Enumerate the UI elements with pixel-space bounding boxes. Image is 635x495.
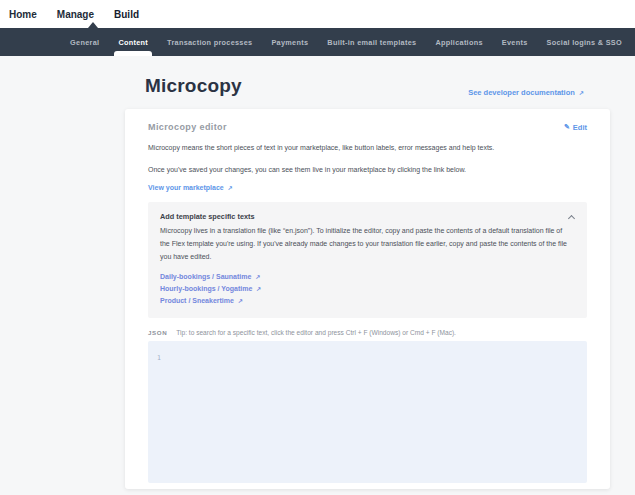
nav-item-build[interactable]: Build — [114, 9, 139, 20]
page-title: Microcopy — [145, 75, 242, 97]
microcopy-description-paragraph: Microcopy means the short pieces of text… — [148, 142, 510, 154]
json-label: JSON — [148, 329, 167, 336]
tab-social-logins-sso[interactable]: Social logins & SSO — [547, 28, 622, 56]
template-link-hourly-bookings[interactable]: Hourly-bookings / Yogatime ↗ — [160, 283, 575, 295]
save-changes-paragraph: Once you've saved your changes, you can … — [148, 164, 510, 176]
tab-applications[interactable]: Applications — [435, 28, 482, 56]
pencil-icon: ✎ — [564, 123, 570, 131]
active-tab-indicator — [114, 51, 152, 56]
external-link-icon: ↗ — [256, 286, 261, 292]
json-search-tip: Tip: to search for a specific text, clic… — [176, 329, 456, 336]
template-texts-panel-body: Microcopy lives in a translation file (l… — [160, 224, 570, 263]
template-texts-panel: Add template specific texts Microcopy li… — [148, 202, 587, 318]
tab-events[interactable]: Events — [502, 28, 528, 56]
external-link-icon: ↗ — [228, 185, 233, 191]
template-link-product[interactable]: Product / Sneakertime ↗ — [160, 295, 575, 307]
external-link-icon: ↗ — [238, 298, 243, 304]
nav-item-manage[interactable]: Manage — [57, 9, 94, 20]
top-nav: Home Manage Build — [0, 0, 635, 28]
template-link-label: Product / Sneakertime — [160, 297, 234, 304]
template-link-daily-bookings[interactable]: Daily-bookings / Saunatime ↗ — [160, 271, 575, 283]
tab-transaction-processes[interactable]: Transaction processes — [167, 28, 252, 56]
tab-general[interactable]: General — [70, 28, 99, 56]
template-texts-panel-title: Add template specific texts — [160, 212, 575, 221]
tab-content-label: Content — [118, 38, 148, 47]
external-link-icon: ↗ — [579, 90, 584, 96]
build-tab-bar: General Content Transaction processes Pa… — [0, 28, 635, 56]
json-code-editor[interactable]: 1 — [148, 341, 587, 483]
tab-content[interactable]: Content — [118, 28, 148, 56]
nav-item-home[interactable]: Home — [9, 9, 37, 20]
view-marketplace-link-label: View your marketplace — [148, 184, 224, 191]
template-link-label: Daily-bookings / Saunatime — [160, 273, 251, 280]
developer-documentation-link[interactable]: See developer documentation ↗ — [468, 88, 584, 97]
developer-documentation-link-label: See developer documentation — [468, 88, 575, 97]
external-link-icon: ↗ — [255, 274, 260, 280]
json-editor-header: JSON Tip: to search for a specific text,… — [148, 329, 587, 336]
microcopy-editor-card: Microcopy editor ✎ Edit Microcopy means … — [125, 109, 610, 489]
view-marketplace-link[interactable]: View your marketplace ↗ — [148, 184, 587, 191]
editor-line-number: 1 — [157, 354, 161, 362]
card-title: Microcopy editor — [148, 122, 227, 132]
template-link-label: Hourly-bookings / Yogatime — [160, 285, 252, 292]
edit-button-label: Edit — [573, 123, 587, 132]
tab-built-in-email-templates[interactable]: Built-in email templates — [327, 28, 416, 56]
edit-button[interactable]: ✎ Edit — [564, 123, 587, 132]
tab-payments[interactable]: Payments — [271, 28, 308, 56]
page-header: Microcopy See developer documentation ↗ — [125, 75, 610, 97]
card-header: Microcopy editor ✎ Edit — [148, 122, 587, 132]
template-links: Daily-bookings / Saunatime ↗ Hourly-book… — [160, 271, 575, 307]
main-content: Microcopy See developer documentation ↗ … — [125, 75, 610, 489]
